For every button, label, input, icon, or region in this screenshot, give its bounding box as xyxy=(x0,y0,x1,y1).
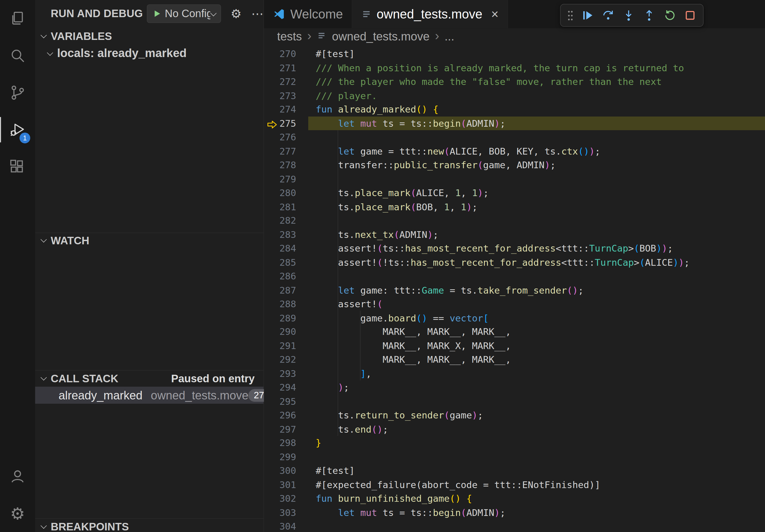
call-stack-section-header[interactable]: CALL STACK Paused on entry xyxy=(35,372,264,386)
token: game: ttt:: xyxy=(355,285,421,295)
line-number[interactable]: 271 xyxy=(264,61,296,75)
step-over-button[interactable] xyxy=(598,6,617,25)
code-row: 287 let game: ttt::Game = ts.take_from_s… xyxy=(264,283,765,297)
line-number[interactable]: 282 xyxy=(264,213,296,227)
line-number[interactable]: 293 xyxy=(264,367,296,381)
line-number[interactable]: 290 xyxy=(264,325,296,339)
code-row: 291 MARK__, MARK_X, MARK__, xyxy=(264,339,765,353)
code-line: #[test] xyxy=(316,464,355,478)
token: ALICE, xyxy=(416,187,455,198)
token: ) xyxy=(678,257,684,267)
token: MARK__, MARK__, MARK__, xyxy=(316,354,511,365)
close-tab-icon[interactable]: × xyxy=(491,8,498,20)
token: } xyxy=(316,437,322,448)
token: assert! xyxy=(316,298,377,309)
breakpoints-section-header[interactable]: BREAKPOINTS xyxy=(35,520,264,532)
token: ; xyxy=(433,229,438,240)
call-stack-frame[interactable]: already_marked owned_tests.move 275 xyxy=(35,387,264,404)
token: ; xyxy=(500,118,505,129)
debug-config-dropdown[interactable]: No Configur xyxy=(147,4,221,23)
code-line: ts.place_mark(BOB, 1, 1); xyxy=(316,199,478,213)
line-number[interactable]: 274 xyxy=(264,102,296,116)
token: ( xyxy=(478,159,483,170)
tab-owned-tests[interactable]: owned_tests.move × xyxy=(352,0,508,28)
line-number[interactable]: 292 xyxy=(264,353,296,367)
line-number[interactable]: 297 xyxy=(264,422,296,436)
line-number[interactable]: 289 xyxy=(264,311,296,325)
panel-header: RUN AND DEBUG No Configur ⚙ ⋯ xyxy=(35,0,264,27)
line-number[interactable]: 283 xyxy=(264,227,296,241)
account-icon[interactable] xyxy=(0,458,35,495)
token: ] xyxy=(360,368,366,379)
line-number[interactable]: 279 xyxy=(264,172,296,186)
token: /// the player who made the "false" move… xyxy=(316,76,662,87)
step-into-button[interactable] xyxy=(619,6,638,25)
line-number[interactable]: 277 xyxy=(264,144,296,158)
line-number[interactable]: 300 xyxy=(264,464,296,478)
token: = ts. xyxy=(444,285,478,295)
variables-section-header[interactable]: VARIABLES xyxy=(35,29,264,44)
token: ( xyxy=(444,145,450,156)
token: ts:: xyxy=(383,243,405,253)
settings-gear-icon[interactable]: ⚙ xyxy=(0,495,35,532)
line-number[interactable]: 302 xyxy=(264,492,296,505)
token: ; xyxy=(383,423,388,434)
step-out-button[interactable] xyxy=(640,6,658,25)
restart-button[interactable] xyxy=(660,6,679,25)
tab-welcome[interactable]: Welcome xyxy=(264,0,352,28)
line-number[interactable]: 280 xyxy=(264,186,296,199)
breadcrumb-tests[interactable]: tests xyxy=(277,30,302,43)
code-row: 302fun burn_unfinished_game() { xyxy=(264,492,765,505)
explorer-icon[interactable] xyxy=(0,0,35,37)
line-number[interactable]: 276 xyxy=(264,130,296,144)
token: ; xyxy=(550,159,556,170)
line-number[interactable]: 285 xyxy=(264,255,296,269)
token: #[expected_failure(abort_code = ttt::ENo… xyxy=(316,479,600,490)
line-number[interactable]: 294 xyxy=(264,381,296,394)
line-number[interactable]: 272 xyxy=(264,75,296,89)
code-row: 277 let game = ttt::new(ALICE, BOB, KEY,… xyxy=(264,144,765,158)
code-line: ], xyxy=(316,367,372,381)
token: ) xyxy=(466,201,472,212)
run-and-debug-icon[interactable]: 1 xyxy=(0,111,35,148)
continue-button[interactable] xyxy=(578,6,597,25)
watch-section-header[interactable]: WATCH xyxy=(35,234,264,248)
line-number[interactable]: 287 xyxy=(264,283,296,297)
code-row: 282 xyxy=(264,213,765,227)
line-number[interactable]: 295 xyxy=(264,394,296,408)
line-number[interactable]: 291 xyxy=(264,339,296,353)
source-control-icon[interactable] xyxy=(0,74,35,111)
code-row: 297 ts.end(); xyxy=(264,422,765,436)
token: public_transfer xyxy=(394,159,477,170)
token: /// When a position is already marked, t… xyxy=(316,62,684,73)
line-number[interactable]: 304 xyxy=(264,519,296,532)
line-number[interactable]: 281 xyxy=(264,199,296,213)
more-actions-icon[interactable]: ⋯ xyxy=(251,8,264,20)
code-line: fun already_marked() { xyxy=(316,102,438,116)
activity-bar-top: 1 xyxy=(0,0,35,185)
line-number[interactable]: 301 xyxy=(264,478,296,492)
token: burn_unfinished_game xyxy=(338,493,449,504)
token: ALICE, BOB, KEY, ts. xyxy=(449,145,561,156)
line-number[interactable]: 270 xyxy=(264,47,296,61)
line-number[interactable]: 288 xyxy=(264,297,296,311)
line-number[interactable]: 298 xyxy=(264,436,296,450)
line-number[interactable]: 286 xyxy=(264,269,296,283)
breadcrumb-symbol[interactable]: ... xyxy=(444,30,454,43)
breadcrumb-file[interactable]: owned_tests.move xyxy=(332,30,429,43)
debug-settings-gear-icon[interactable]: ⚙ xyxy=(231,8,242,20)
extensions-icon[interactable] xyxy=(0,148,35,185)
variables-scope-locals[interactable]: locals: already_marked xyxy=(35,46,264,61)
line-number[interactable]: 296 xyxy=(264,408,296,422)
line-number[interactable]: 284 xyxy=(264,241,296,255)
breadcrumb-separator: › xyxy=(307,28,312,43)
toolbar-drag-handle[interactable] xyxy=(564,6,576,25)
line-number[interactable]: 273 xyxy=(264,89,296,102)
line-number[interactable]: 278 xyxy=(264,158,296,172)
stop-button[interactable] xyxy=(681,6,699,25)
code-editor[interactable]: 270#[test]271/// When a position is alre… xyxy=(264,45,765,532)
token: game. xyxy=(316,312,388,323)
line-number[interactable]: 299 xyxy=(264,450,296,464)
search-icon[interactable] xyxy=(0,37,35,74)
line-number[interactable]: 303 xyxy=(264,505,296,519)
